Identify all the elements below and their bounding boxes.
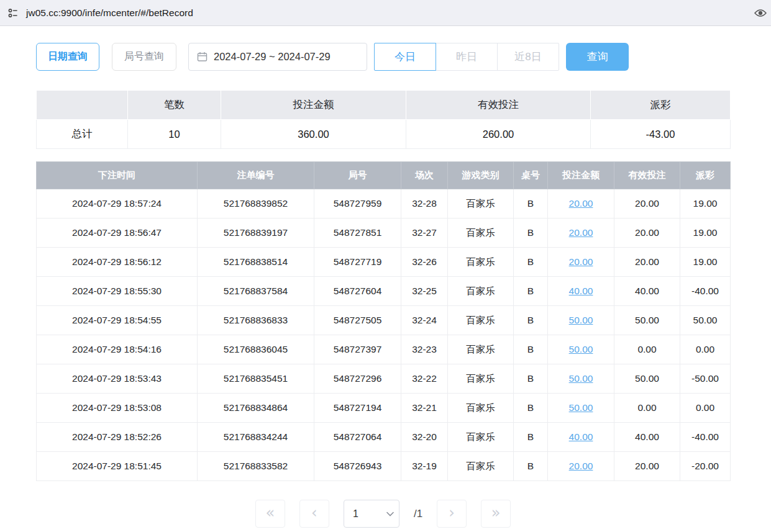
header-valid-bet: 有效投注 bbox=[614, 162, 680, 189]
bet-amount-cell: 20.00 bbox=[548, 189, 614, 219]
valid-bet-cell: 20.00 bbox=[614, 452, 680, 481]
bet-amount-cell: 40.00 bbox=[548, 423, 614, 452]
summary-header-blank bbox=[37, 91, 128, 120]
browser-address-bar: jw05.cc:9900/infe/mcenter/#/betRecord bbox=[0, 0, 771, 26]
bet-id-cell: 521768839852 bbox=[198, 189, 314, 219]
table-row: 2024-07-29 18:54:16 521768836045 5487273… bbox=[37, 335, 731, 364]
bet-id-cell: 521768834244 bbox=[198, 423, 314, 452]
summary-total-label: 总计 bbox=[37, 120, 128, 149]
page-select[interactable]: 1 bbox=[344, 500, 399, 528]
valid-bet-cell: 0.00 bbox=[614, 335, 680, 364]
bet-id-cell: 521768834864 bbox=[198, 394, 314, 423]
game-type-cell: 百家乐 bbox=[448, 335, 514, 364]
table-code-cell: B bbox=[514, 277, 548, 306]
game-type-cell: 百家乐 bbox=[448, 189, 514, 219]
valid-bet-cell: 0.00 bbox=[614, 394, 680, 423]
payout-cell: -20.00 bbox=[680, 452, 731, 481]
header-session: 场次 bbox=[401, 162, 448, 189]
game-type-cell: 百家乐 bbox=[448, 394, 514, 423]
table-row: 2024-07-29 18:56:47 521768839197 5487278… bbox=[37, 219, 731, 248]
url-text[interactable]: jw05.cc:9900/infe/mcenter/#/betRecord bbox=[26, 7, 754, 19]
search-button[interactable]: 查询 bbox=[566, 43, 629, 71]
valid-bet-cell: 20.00 bbox=[614, 248, 680, 277]
payout-cell: -40.00 bbox=[680, 423, 731, 452]
table-code-cell: B bbox=[514, 248, 548, 277]
game-type-cell: 百家乐 bbox=[448, 423, 514, 452]
last-page-button[interactable]: » bbox=[481, 500, 511, 528]
bet-id-cell: 521768835451 bbox=[198, 364, 314, 394]
bet-record-table: 下注时间 注单编号 局号 场次 游戏类别 桌号 投注金额 有效投注 派彩 202… bbox=[36, 161, 731, 481]
session-cell: 32-20 bbox=[401, 423, 448, 452]
bet-amount-cell: 40.00 bbox=[548, 277, 614, 306]
summary-header-valid-bet: 有效投注 bbox=[406, 91, 591, 120]
bet-time-cell: 2024-07-29 18:56:47 bbox=[37, 219, 198, 248]
eye-icon[interactable] bbox=[754, 6, 767, 20]
bet-time-cell: 2024-07-29 18:55:30 bbox=[37, 277, 198, 306]
table-row: 2024-07-29 18:56:12 521768838514 5487277… bbox=[37, 248, 731, 277]
date-range-picker[interactable]: 2024-07-29 ~ 2024-07-29 bbox=[188, 43, 367, 71]
first-page-button[interactable]: « bbox=[255, 500, 285, 528]
bet-id-cell: 521768836833 bbox=[198, 306, 314, 335]
valid-bet-cell: 20.00 bbox=[614, 219, 680, 248]
game-type-cell: 百家乐 bbox=[448, 452, 514, 481]
bet-amount-link[interactable]: 20.00 bbox=[569, 256, 593, 267]
table-row: 2024-07-29 18:53:08 521768834864 5487271… bbox=[37, 394, 731, 423]
bet-amount-link[interactable]: 40.00 bbox=[569, 286, 593, 296]
valid-bet-cell: 40.00 bbox=[614, 423, 680, 452]
tab-list-icon[interactable] bbox=[6, 6, 20, 20]
bet-amount-link[interactable]: 50.00 bbox=[569, 315, 593, 325]
table-code-cell: B bbox=[514, 452, 548, 481]
payout-cell: -50.00 bbox=[680, 364, 731, 394]
bet-time-cell: 2024-07-29 18:54:16 bbox=[37, 335, 198, 364]
page-select-wrap: 1 bbox=[344, 500, 399, 528]
game-type-cell: 百家乐 bbox=[448, 219, 514, 248]
today-button[interactable]: 今日 bbox=[374, 43, 436, 71]
valid-bet-cell: 50.00 bbox=[614, 306, 680, 335]
bet-amount-link[interactable]: 50.00 bbox=[569, 344, 593, 354]
table-code-cell: B bbox=[514, 335, 548, 364]
bet-amount-cell: 20.00 bbox=[548, 219, 614, 248]
bet-id-cell: 521768837584 bbox=[198, 277, 314, 306]
bet-amount-cell: 50.00 bbox=[548, 306, 614, 335]
header-round-id: 局号 bbox=[314, 162, 401, 189]
round-id-cell: 548727959 bbox=[314, 189, 401, 219]
table-row: 2024-07-29 18:55:30 521768837584 5487276… bbox=[37, 277, 731, 306]
session-cell: 32-19 bbox=[401, 452, 448, 481]
game-type-cell: 百家乐 bbox=[448, 306, 514, 335]
valid-bet-cell: 20.00 bbox=[614, 189, 680, 219]
bet-amount-link[interactable]: 40.00 bbox=[569, 431, 593, 442]
session-cell: 32-28 bbox=[401, 189, 448, 219]
summary-valid-bet-value: 260.00 bbox=[406, 120, 591, 149]
session-cell: 32-25 bbox=[401, 277, 448, 306]
last-8-days-button[interactable]: 近8日 bbox=[497, 43, 559, 71]
bet-amount-link[interactable]: 50.00 bbox=[569, 373, 593, 384]
prev-page-button[interactable]: ‹ bbox=[299, 500, 329, 528]
summary-header-bet-amount: 投注金额 bbox=[221, 91, 406, 120]
yesterday-button[interactable]: 昨日 bbox=[436, 43, 498, 71]
payout-cell: 50.00 bbox=[680, 306, 731, 335]
round-id-cell: 548727604 bbox=[314, 277, 401, 306]
next-page-button[interactable]: › bbox=[437, 500, 467, 528]
header-bet-amount: 投注金额 bbox=[548, 162, 614, 189]
bet-id-cell: 521768839197 bbox=[198, 219, 314, 248]
bet-amount-cell: 20.00 bbox=[548, 452, 614, 481]
bet-amount-link[interactable]: 20.00 bbox=[569, 461, 593, 471]
game-type-cell: 百家乐 bbox=[448, 277, 514, 306]
bet-amount-link[interactable]: 20.00 bbox=[569, 198, 593, 209]
summary-header-row: 笔数 投注金额 有效投注 派彩 bbox=[37, 91, 731, 120]
date-query-tab[interactable]: 日期查询 bbox=[36, 43, 99, 71]
bet-time-cell: 2024-07-29 18:57:24 bbox=[37, 189, 198, 219]
header-game-type: 游戏类别 bbox=[448, 162, 514, 189]
round-query-tab[interactable]: 局号查询 bbox=[112, 43, 176, 71]
bet-id-cell: 521768838514 bbox=[198, 248, 314, 277]
bet-amount-link[interactable]: 50.00 bbox=[569, 402, 593, 413]
table-code-cell: B bbox=[514, 364, 548, 394]
payout-cell: -40.00 bbox=[680, 277, 731, 306]
session-cell: 32-23 bbox=[401, 335, 448, 364]
round-id-cell: 548727296 bbox=[314, 364, 401, 394]
bet-time-cell: 2024-07-29 18:52:26 bbox=[37, 423, 198, 452]
round-id-cell: 548726943 bbox=[314, 452, 401, 481]
header-bet-time: 下注时间 bbox=[37, 162, 198, 189]
header-table-code: 桌号 bbox=[514, 162, 548, 189]
bet-amount-link[interactable]: 20.00 bbox=[569, 227, 593, 238]
